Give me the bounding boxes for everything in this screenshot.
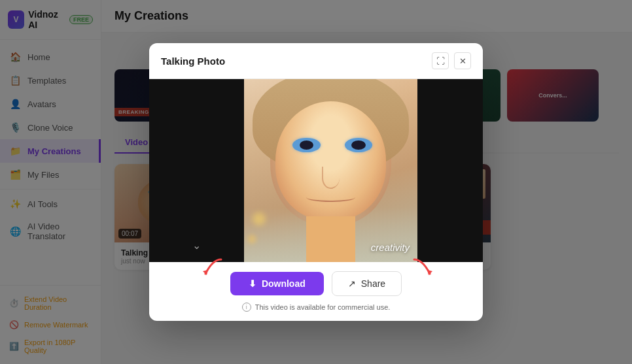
modal-talking-photo: Talking Photo ⛶ ✕ ⌄ [149,43,483,321]
share-icon: ↗ [348,278,356,289]
modal-title: Talking Photo [161,56,225,67]
commercial-note-text: This video is available for commercial u… [255,303,391,311]
download-label: Download [262,278,306,289]
modal-actions: ⬇ Download ↗ Share [161,271,471,296]
modal-header: Talking Photo ⛶ ✕ [149,43,483,79]
modal-close-btn[interactable]: ✕ [454,52,471,69]
creativity-text: creativity [371,242,410,253]
modal-header-actions: ⛶ ✕ [432,52,471,69]
share-button[interactable]: ↗ Share [332,271,402,296]
modal-footer: ⬇ Download ↗ Share i This video is a [149,262,483,321]
arrow-to-share [412,257,435,278]
modal-main-video: creativity [244,79,417,262]
arrow-to-download [200,257,224,275]
share-label: Share [361,278,385,289]
face-portrait [244,79,417,262]
commercial-note: i This video is available for commercial… [161,303,471,312]
download-icon: ⬇ [249,278,256,289]
modal-overlay[interactable]: Talking Photo ⛶ ✕ ⌄ [0,0,632,364]
download-button[interactable]: ⬇ Download [230,272,324,295]
modal-body: ⌄ [149,79,483,262]
scroll-down-indicator: ⌄ [192,239,201,252]
info-icon: i [242,303,251,312]
modal-fullscreen-btn[interactable]: ⛶ [432,52,449,69]
modal-left-panel: ⌄ [149,79,244,262]
modal-right-panel [417,79,483,262]
